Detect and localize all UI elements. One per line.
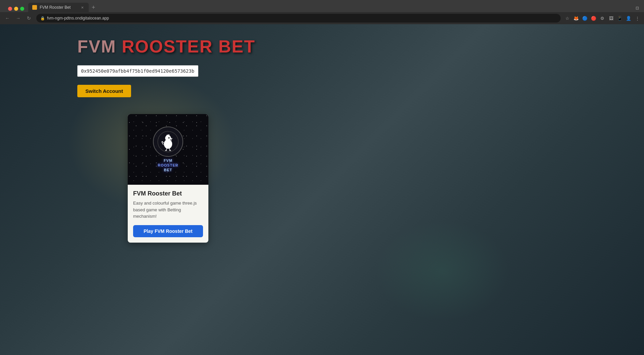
rooster-circle xyxy=(153,127,183,157)
rooster-icon xyxy=(156,130,180,153)
window-restore-icon[interactable]: ⊡ xyxy=(633,4,641,12)
title-rooster-bet: ROOSTER BET xyxy=(122,37,255,56)
rooster-logo: FVM ROOSTER BET xyxy=(153,127,183,173)
back-button[interactable]: ← xyxy=(3,13,12,23)
extension-icon-1[interactable]: 🦊 xyxy=(572,14,580,22)
extension-icon-2[interactable]: 🔵 xyxy=(581,14,589,22)
menu-icon[interactable]: ⋮ xyxy=(633,14,641,22)
logo-fvm: FVM xyxy=(158,158,178,163)
svg-line-7 xyxy=(169,148,170,150)
card-image: FVM ROOSTER BET xyxy=(128,114,208,185)
extension-icon-5[interactable]: 🖼 xyxy=(607,14,615,22)
traffic-lights xyxy=(4,5,28,12)
card-title: FVM Rooster Bet xyxy=(133,190,203,197)
card-area: FVM ROOSTER BET FVM Rooster Bet Easy and… xyxy=(128,114,644,243)
forward-button[interactable]: → xyxy=(13,13,23,23)
maximize-window-button[interactable] xyxy=(20,7,24,11)
new-tab-button[interactable]: + xyxy=(89,3,98,12)
address-text: fvm-ngm-pdtns.ondigitalocean.app xyxy=(47,16,109,21)
page-content: FVM ROOSTER BET Switch Account xyxy=(0,24,644,355)
switch-account-button[interactable]: Switch Account xyxy=(77,85,131,97)
nav-bar: ← → ↻ 🔒 fvm-ngm-pdtns.ondigitalocean.app… xyxy=(0,12,644,24)
bookmark-icon[interactable]: ☆ xyxy=(563,14,571,22)
extension-icon-3[interactable]: 🔴 xyxy=(590,14,598,22)
svg-point-5 xyxy=(169,137,169,138)
minimize-window-button[interactable] xyxy=(14,7,18,11)
reload-button[interactable]: ↻ xyxy=(24,13,34,23)
tab-favicon xyxy=(32,5,37,10)
game-card: FVM ROOSTER BET FVM Rooster Bet Easy and… xyxy=(128,114,208,243)
play-button[interactable]: Play FVM Rooster Bet xyxy=(133,225,203,237)
tab-title-text: FVM Rooster Bet xyxy=(40,5,77,10)
lock-icon: 🔒 xyxy=(40,16,45,21)
svg-line-6 xyxy=(166,148,167,150)
tab-bar: FVM Rooster Bet ✕ + ⊡ xyxy=(0,0,644,12)
wallet-address-input[interactable] xyxy=(77,65,198,77)
title-fvm: FVM xyxy=(77,37,122,56)
logo-rooster: ROOSTER xyxy=(158,163,178,168)
address-bar[interactable]: 🔒 fvm-ngm-pdtns.ondigitalocean.app xyxy=(36,14,561,23)
tab-close-button[interactable]: ✕ xyxy=(80,5,85,10)
svg-point-2 xyxy=(165,135,171,141)
card-description: Easy and colourful game three.js based g… xyxy=(133,200,203,220)
profile-icon[interactable]: 👤 xyxy=(625,14,633,22)
close-window-button[interactable] xyxy=(8,7,12,11)
logo-bet: BET xyxy=(158,168,178,172)
extension-icon-4[interactable]: ⚙ xyxy=(598,14,606,22)
nav-right-icons: ☆ 🦊 🔵 🔴 ⚙ 🖼 📱 👤 ⋮ xyxy=(563,14,641,22)
app-title: FVM ROOSTER BET xyxy=(77,38,644,55)
main-container: FVM ROOSTER BET Switch Account xyxy=(0,24,644,243)
active-tab[interactable]: FVM Rooster Bet ✕ xyxy=(28,3,89,12)
browser-chrome: FVM Rooster Bet ✕ + ⊡ ← → ↻ 🔒 fvm-ngm-pd… xyxy=(0,0,644,24)
card-logo-text: FVM ROOSTER BET xyxy=(158,158,178,173)
extension-icon-6[interactable]: 📱 xyxy=(616,14,624,22)
card-body: FVM Rooster Bet Easy and colourful game … xyxy=(128,185,208,243)
